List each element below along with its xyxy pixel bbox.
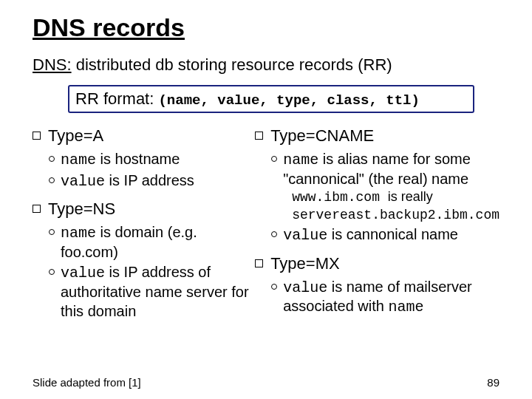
cname-example-line1: www.ibm.com is really [292,188,499,206]
mono-value: value [283,279,327,296]
square-bullet-icon [33,132,41,140]
mono-value: value [61,173,105,190]
heading-text: Type=NS [48,200,115,219]
type-a-sublist: name is hostname value is IP address [49,150,252,191]
heading-text: Type=MX [270,254,340,273]
list-item: value is IP address [49,171,252,191]
heading-type-ns: Type=NS [33,200,252,219]
heading-type-a: Type=A [33,126,252,146]
content-columns: Type=A name is hostname value is IP addr… [33,126,499,330]
type-mx-sublist: value is name of mailserver associated w… [271,278,499,317]
list-item: name is alias name for some "cannonical"… [271,150,499,224]
item-text: is IP address [105,172,194,188]
slide-footer: Slide adapted from [1] 89 [33,376,499,389]
mono-value: value [283,227,327,244]
circle-bullet-icon [271,156,277,162]
cname-example-line2: servereast.backup2.ibm.com [292,207,499,224]
slide: DNS records DNS: distributed db storing … [0,0,532,399]
circle-bullet-icon [49,229,55,235]
left-column: Type=A name is hostname value is IP addr… [33,126,252,330]
list-item: value is IP address of authoritative nam… [49,263,252,321]
circle-bullet-icon [271,284,277,290]
circle-bullet-icon [49,177,55,183]
footer-citation: Slide adapted from [1] [33,376,141,389]
rr-format-tuple: (name, value, type, class, ttl) [158,92,419,109]
type-cname-sublist: name is alias name for some "cannonical"… [271,150,499,245]
mono-name: name [283,151,318,168]
item-text: is hostname [96,151,180,167]
subtitle-prefix: DNS: [33,55,72,74]
circle-bullet-icon [49,269,55,275]
mono-name: name [388,299,423,316]
mono-value: value [61,265,105,282]
list-item: name is domain (e.g. foo.com) [49,223,252,262]
rr-format-box: RR format: (name, value, type, class, tt… [68,85,474,113]
mono-name: name [61,151,96,168]
list-item: name is hostname [49,150,252,170]
square-bullet-icon [255,132,263,140]
circle-bullet-icon [271,231,277,237]
subtitle-rest: distributed db storing resource records … [72,55,392,74]
square-bullet-icon [33,205,41,213]
circle-bullet-icon [49,156,55,162]
heading-type-cname: Type=CNAME [255,126,499,146]
heading-text: Type=A [48,126,103,146]
square-bullet-icon [255,259,263,267]
list-item: value is name of mailserver associated w… [271,278,499,317]
right-column: Type=CNAME name is alias name for some "… [252,126,499,330]
slide-title: DNS records [33,13,499,42]
type-ns-sublist: name is domain (e.g. foo.com) value is I… [49,223,252,321]
item-text: is cannonical name [327,226,458,242]
page-number: 89 [487,376,499,389]
mono-name: name [61,225,96,242]
list-item: value is cannonical name [271,225,499,245]
heading-text: Type=CNAME [270,126,374,146]
rr-format-label: RR format: [75,89,158,108]
slide-subtitle: DNS: distributed db storing resource rec… [33,55,499,75]
heading-type-mx: Type=MX [255,254,499,273]
